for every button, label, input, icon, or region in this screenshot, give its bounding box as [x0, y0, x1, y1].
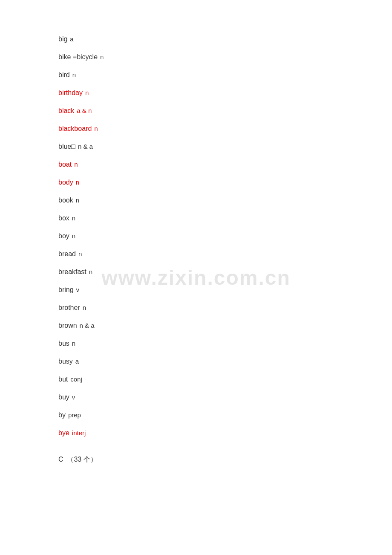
- word-text: bird: [58, 70, 70, 80]
- word-pos: a: [70, 35, 73, 44]
- word-pos: n: [72, 70, 76, 80]
- word-pos: conj: [70, 375, 82, 384]
- word-pos: n: [85, 88, 89, 98]
- list-item: boatn: [58, 159, 392, 170]
- word-text: blackboard: [58, 124, 92, 134]
- list-item: bodyn: [58, 177, 392, 188]
- word-text: body: [58, 177, 73, 188]
- section-letter: C: [58, 456, 63, 463]
- word-pos: interj: [72, 428, 86, 438]
- list-item: busn: [58, 338, 392, 349]
- word-pos: n: [76, 178, 79, 188]
- word-pos: a: [75, 357, 79, 367]
- word-text: bike =bicycle: [58, 52, 98, 62]
- word-pos: n & a: [78, 142, 93, 152]
- list-item: blacka & n: [58, 106, 392, 116]
- word-pos: n: [72, 231, 75, 241]
- word-text: boy: [58, 231, 69, 241]
- word-pos: a & n: [77, 106, 92, 116]
- word-pos: v: [76, 285, 80, 295]
- list-item: butconj: [58, 374, 392, 384]
- word-text: buy: [58, 392, 69, 402]
- word-text: birthday: [58, 88, 83, 98]
- word-text: bread: [58, 249, 76, 259]
- word-list: bigabike =bicyclenbirdnbirthdaynblacka &…: [58, 34, 392, 438]
- list-item: busya: [58, 356, 392, 367]
- word-text: boat: [58, 159, 72, 170]
- word-pos: n: [74, 160, 78, 170]
- list-item: blackboardn: [58, 124, 392, 134]
- word-text: bring: [58, 285, 74, 295]
- list-item: byeinterj: [58, 428, 392, 438]
- word-pos: n: [76, 196, 79, 205]
- main-content: bigabike =bicyclenbirdnbirthdaynblacka &…: [0, 0, 392, 503]
- word-text: blue□: [58, 142, 75, 152]
- word-pos: n: [100, 52, 104, 62]
- word-text: brown: [58, 321, 77, 331]
- list-item: bookn: [58, 195, 392, 205]
- list-item: boyn: [58, 231, 392, 241]
- list-item: birthdayn: [58, 88, 392, 98]
- word-pos: n: [89, 267, 92, 277]
- word-text: brother: [58, 303, 80, 313]
- word-text: black: [58, 106, 74, 116]
- word-pos: n: [83, 303, 86, 313]
- word-pos: n: [72, 339, 75, 349]
- word-text: box: [58, 213, 69, 223]
- list-item: biga: [58, 34, 392, 44]
- section-header: C （33 个）: [58, 455, 392, 464]
- word-text: big: [58, 34, 67, 44]
- list-item: buyv: [58, 392, 392, 402]
- word-pos: v: [72, 393, 75, 402]
- word-pos: n: [72, 214, 75, 223]
- list-item: bringv: [58, 285, 392, 295]
- section-count: （33 个）: [67, 456, 97, 463]
- list-item: boxn: [58, 213, 392, 223]
- word-text: bye: [58, 428, 69, 438]
- list-item: byprep: [58, 410, 392, 420]
- word-pos: n: [78, 249, 82, 259]
- word-pos: n: [94, 124, 98, 134]
- list-item: birdn: [58, 70, 392, 80]
- word-pos: n & a: [80, 321, 95, 331]
- word-text: book: [58, 195, 73, 205]
- list-item: breadn: [58, 249, 392, 259]
- list-item: brownn & a: [58, 321, 392, 331]
- word-pos: prep: [68, 410, 81, 420]
- word-text: but: [58, 374, 68, 384]
- word-text: busy: [58, 356, 73, 367]
- list-item: blue□n & a: [58, 142, 392, 152]
- list-item: bike =bicyclen: [58, 52, 392, 62]
- list-item: brothern: [58, 303, 392, 313]
- list-item: breakfastn: [58, 267, 392, 277]
- word-text: by: [58, 410, 66, 420]
- word-text: bus: [58, 338, 69, 349]
- word-text: breakfast: [58, 267, 86, 277]
